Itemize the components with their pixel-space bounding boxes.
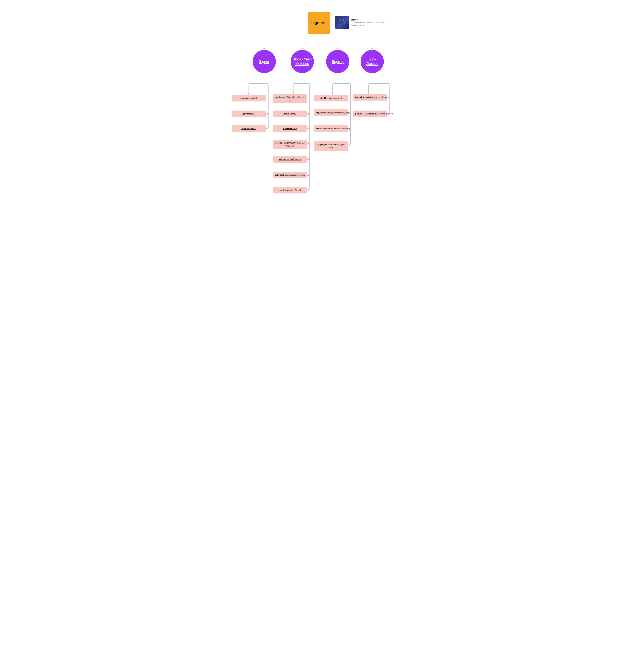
leaf-checktransaction[interactable]: .checkTransaction(transactionRequest) xyxy=(353,94,387,101)
leaf-call[interactable]: .call(transactionRequest) xyxy=(273,156,307,163)
leaf-signtypeddata[interactable]: ._signTypedData(domain, types, value) xyxy=(314,142,348,151)
doc-card-desc: Documentation for ethers, a complete, ti… xyxy=(351,21,386,23)
doc-card-link[interactable]: docs.ethers.io xyxy=(351,24,386,26)
doc-card-body: Signers Documentation for ethers, a comp… xyxy=(349,16,388,29)
leaf-populatetransaction[interactable]: .populateTransaction(transactionRequest) xyxy=(353,111,387,117)
leaf-getaddress[interactable]: .getAddress( ) xyxy=(232,111,266,117)
root-node[interactable]: signers. xyxy=(308,12,330,34)
doc-card-thumb-text: ethers.js xyxy=(338,22,346,24)
doc-card[interactable]: ethers.js @ricmoo Signers Documentation … xyxy=(335,16,389,29)
root-label: signers. xyxy=(311,20,326,25)
category-label: Sub-Classes xyxy=(362,57,382,66)
category-signer[interactable]: Signer xyxy=(253,50,276,73)
leaf-getbalance[interactable]: .getBalance( [ blockTag = "latest" ] ) xyxy=(273,94,307,103)
leaf-getchainid[interactable]: .getChainId( ) xyxy=(273,111,307,117)
doc-card-link-text: docs.ethers.io xyxy=(353,24,364,26)
leaf-estimategas[interactable]: .estimateGas(transactionRequest) xyxy=(273,172,307,178)
doc-card-thumb-tag: @ricmoo xyxy=(339,24,345,26)
leaf-signmessage[interactable]: .signMessage(message) xyxy=(314,95,348,102)
category-blockchain[interactable]: Block Chain Methods xyxy=(291,50,314,73)
cloud-icon xyxy=(340,19,344,21)
leaf-gettransactioncount[interactable]: .getTransactionCount([ blockTag = "lates… xyxy=(273,139,307,149)
leaf-signtransaction[interactable]: .signTransaction(transactionRequest) xyxy=(314,109,348,116)
leaf-sendtransaction[interactable]: .sendTransaction(transactionRequest) xyxy=(314,125,348,132)
doc-card-thumb: ethers.js @ricmoo xyxy=(335,16,349,29)
globe-icon xyxy=(351,24,353,26)
doc-card-title: Signers xyxy=(351,18,386,21)
leaf-getgasprice[interactable]: .getGasPrice( ) xyxy=(273,125,307,132)
leaf-connect[interactable]: .connect(provider) xyxy=(232,95,266,102)
category-label: Signer xyxy=(259,59,269,64)
leaf-resolvename[interactable]: .resolveName(ensName) xyxy=(273,187,307,193)
category-label: Block Chain Methods xyxy=(293,57,312,66)
category-signing[interactable]: Signing xyxy=(326,50,349,73)
category-label: Signing xyxy=(332,59,344,64)
leaf-issigner[interactable]: .isSigner(object) xyxy=(232,125,266,132)
category-subclasses[interactable]: Sub-Classes xyxy=(361,50,384,73)
